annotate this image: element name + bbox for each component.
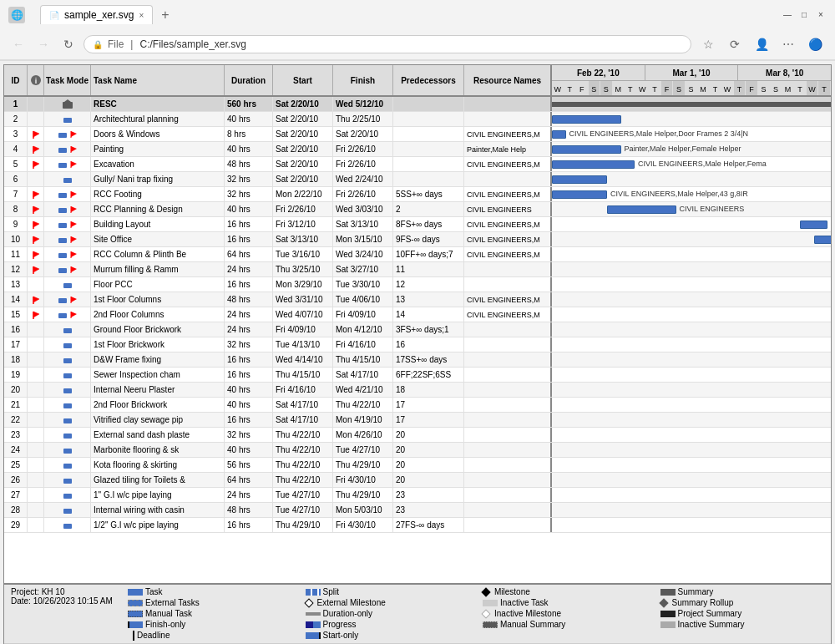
cell-duration: 32 hrs (225, 172, 273, 186)
cell-finish: Tue 3/30/10 (333, 277, 393, 292)
cell-info (28, 187, 44, 201)
cell-chart: CIVIL ENGINEERS,Male Helper,43 g,8IR (552, 187, 831, 201)
cell-resource (464, 322, 552, 337)
svg-rect-66 (63, 388, 72, 393)
maximize-button[interactable]: □ (798, 9, 810, 21)
cell-id: 19 (4, 368, 28, 382)
cell-info (28, 337, 44, 352)
cell-id: 24 (4, 443, 28, 457)
legend-inactive-task: Inactive Task (483, 598, 647, 607)
favorites-button[interactable]: ☆ (696, 33, 720, 56)
edge-icon: 🔵 (803, 33, 827, 56)
svg-rect-4 (63, 118, 72, 123)
cell-info (28, 157, 44, 171)
cell-resource: CIVIL ENGINEERS,M (464, 187, 552, 201)
active-tab[interactable]: 📄 sample_xer.svg × (40, 5, 153, 24)
cell-id: 2 (4, 112, 28, 126)
cell-start: Thu 4/29/10 (273, 518, 333, 532)
cell-info (28, 292, 44, 307)
refresh2-button[interactable]: ⟳ (723, 33, 746, 56)
cell-resource (464, 368, 552, 382)
cell-id: 16 (4, 322, 28, 337)
more-button[interactable]: ⋯ (777, 33, 800, 56)
svg-rect-62 (63, 328, 72, 333)
cell-id: 29 (4, 518, 28, 532)
cell-info (28, 368, 44, 382)
cell-pred: 8FS+∞ days (393, 217, 464, 231)
tab-close-button[interactable]: × (139, 11, 144, 20)
svg-marker-31 (33, 221, 39, 227)
cell-taskname: 1" G.I w/c pipe laying (91, 488, 225, 502)
cell-start: Fri 3/12/10 (273, 217, 333, 231)
cell-start: Sat 2/20/10 (273, 157, 333, 171)
cell-taskname: 2nd Floor Columns (91, 307, 225, 322)
task-bar (552, 190, 607, 199)
back-button[interactable]: ← (8, 34, 28, 54)
cell-id: 1 (4, 97, 28, 111)
forward-button[interactable]: → (33, 34, 53, 54)
date-label-3: Mar 8, '10 (738, 65, 831, 80)
table-row: 18 D&W Frame fixing 16 hrs Wed 4/14/10 T… (4, 352, 831, 368)
day-cell-20: T (794, 81, 807, 95)
cell-id: 8 (4, 202, 28, 216)
cell-resource (464, 503, 552, 517)
cell-pred: 16 (393, 337, 464, 352)
summary-bar (552, 102, 831, 107)
task-bar (607, 205, 676, 214)
legend-extmilestone: External Milestone (306, 598, 470, 607)
col-header-duration: Duration (225, 65, 273, 95)
cell-duration: 64 hrs (225, 247, 273, 261)
cell-mode (44, 413, 91, 427)
cell-start: Sat 2/20/10 (273, 97, 333, 111)
cell-info (28, 97, 44, 111)
column-headers: ID i Task Mode Task Name Duration Start … (4, 65, 831, 97)
svg-marker-5 (33, 131, 39, 137)
cell-finish: Thu 2/25/10 (333, 112, 393, 126)
data-rows: 1 RESC 560 hrs Sat 2/20/10 Wed 5/12/10 2… (4, 97, 831, 583)
cell-info (28, 112, 44, 126)
date-label-1: Feb 22, '10 (552, 65, 645, 80)
cell-resource: CIVIL ENGINEERS,M (464, 232, 552, 246)
svg-marker-49 (71, 266, 77, 272)
profile-button[interactable]: 👤 (750, 33, 773, 56)
day-cell-13: T (710, 81, 722, 95)
table-row: 12 Murrum filling & Ramm 24 hrs Thu 3/25… (4, 262, 831, 277)
day-cell-16: F (746, 81, 758, 95)
task-bar (552, 130, 566, 139)
col-header-taskname: Task Name (91, 65, 225, 95)
minimize-button[interactable]: — (782, 9, 793, 21)
cell-start: Sat 2/20/10 (273, 112, 333, 126)
cell-mode (44, 157, 91, 171)
refresh-button[interactable]: ↻ (58, 34, 78, 54)
cell-duration: 24 hrs (225, 307, 273, 322)
close-button[interactable]: × (815, 9, 827, 21)
cell-finish: Tue 4/27/10 (333, 443, 393, 457)
cell-mode (44, 368, 91, 382)
gantt-main: ID i Task Mode Task Name Duration Start … (4, 65, 831, 583)
svg-marker-3 (64, 99, 71, 102)
table-row: 16 Ground Floor Brickwork 24 hrs Fri 4/0… (4, 322, 831, 337)
cell-info (28, 262, 44, 276)
cell-taskname: Architechtural planning (91, 112, 225, 126)
cell-chart (552, 368, 831, 382)
cell-resource: CIVIL ENGINEERS,M (464, 247, 552, 261)
cell-resource (464, 97, 552, 111)
cell-start: Tue 4/27/10 (273, 503, 333, 517)
legend-task: Task (128, 587, 292, 596)
table-row: 25 Kota flooring & skirting 56 hrs Thu 4… (4, 458, 831, 473)
task-bar (552, 115, 621, 124)
cell-pred (393, 142, 464, 156)
cell-resource: CIVIL ENGINEERS,M (464, 307, 552, 322)
cell-finish: Fri 4/16/10 (333, 337, 393, 352)
task-bar (552, 160, 635, 169)
day-cell-1: T (564, 81, 577, 95)
tab-bar: 📄 sample_xer.svg × + (32, 5, 775, 24)
new-tab-button[interactable]: + (156, 8, 174, 23)
address-bar[interactable]: 🔒 File | C:/Files/sample_xer.svg (84, 35, 691, 53)
cell-resource: Painter,Male Help (464, 142, 552, 156)
cell-resource (464, 443, 552, 457)
cell-duration: 48 hrs (225, 157, 273, 171)
table-row: 4 Painting 40 hrs Sat 2/20/10 Fri 2/26/1… (4, 142, 831, 157)
legend-project-summary: Project Summary (660, 609, 825, 618)
svg-marker-36 (33, 236, 39, 242)
